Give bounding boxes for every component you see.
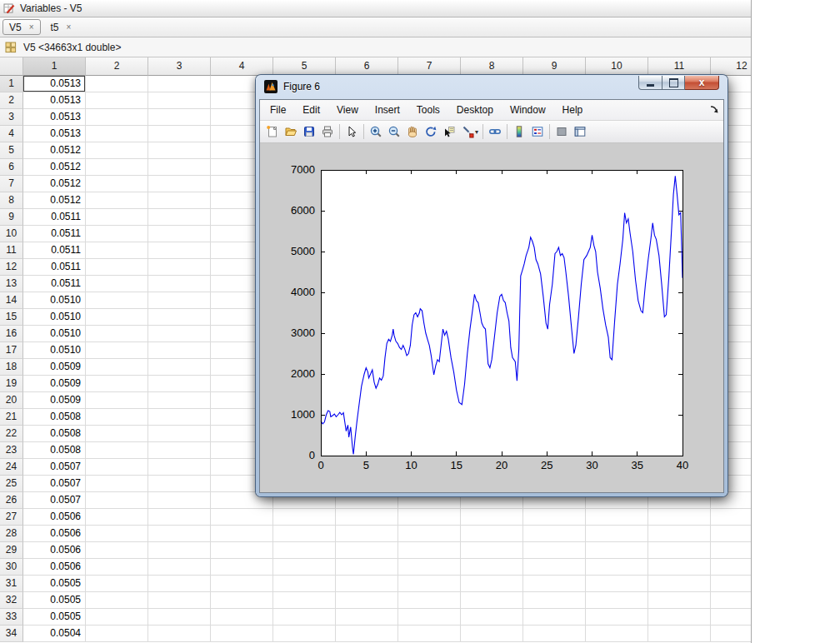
cell-r21-c3[interactable] [148, 409, 211, 426]
cell-r6-c2[interactable] [86, 159, 148, 176]
cell-r31-c12[interactable] [711, 576, 752, 592]
cell-r23-c1[interactable]: 0.0508 [23, 442, 86, 459]
cell-r34-c9[interactable] [523, 626, 586, 642]
cell-r24-c2[interactable] [86, 459, 148, 476]
save-figure-button[interactable] [300, 122, 318, 141]
row-header-30[interactable]: 30 [0, 559, 23, 576]
cell-r27-c12[interactable] [711, 509, 752, 526]
cell-r28-c6[interactable] [336, 526, 398, 542]
cell-r29-c11[interactable] [648, 542, 711, 559]
plot-area[interactable]: 0510152025303540010002000300040005000600… [260, 143, 723, 492]
cell-r7-c2[interactable] [86, 176, 148, 192]
menu-overflow-arrow-icon[interactable] [710, 105, 719, 114]
cell-r33-c3[interactable] [148, 609, 211, 626]
new-figure-button[interactable] [263, 122, 282, 141]
column-header-5[interactable]: 5 [273, 57, 336, 76]
menu-desktop[interactable]: Desktop [448, 101, 502, 120]
cell-r31-c4[interactable] [211, 576, 273, 592]
cell-r26-c3[interactable] [148, 492, 211, 509]
cell-r34-c1[interactable]: 0.0504 [23, 626, 86, 642]
cell-r29-c9[interactable] [523, 542, 586, 559]
column-header-1[interactable]: 1 [23, 57, 86, 76]
cell-r12-c2[interactable] [86, 259, 148, 276]
cell-r28-c10[interactable] [586, 526, 648, 542]
cell-r8-c2[interactable] [86, 192, 148, 209]
open-file-button[interactable] [282, 122, 300, 141]
cell-r29-c5[interactable] [273, 542, 336, 559]
cell-r28-c8[interactable] [461, 526, 523, 542]
row-header-8[interactable]: 8 [0, 192, 23, 209]
row-header-10[interactable]: 10 [0, 226, 23, 242]
cell-r33-c11[interactable] [648, 609, 711, 626]
cell-r30-c4[interactable] [211, 559, 273, 576]
cell-r30-c6[interactable] [336, 559, 398, 576]
cell-r30-c3[interactable] [148, 559, 211, 576]
cell-r31-c7[interactable] [398, 576, 461, 592]
column-header-6[interactable]: 6 [336, 57, 398, 76]
menu-file[interactable]: File [262, 101, 294, 120]
cell-r30-c7[interactable] [398, 559, 461, 576]
cell-r24-c3[interactable] [148, 459, 211, 476]
cell-r28-c1[interactable]: 0.0506 [23, 526, 86, 542]
row-header-4[interactable]: 4 [0, 126, 23, 142]
cell-r10-c1[interactable]: 0.0511 [23, 226, 86, 242]
cell-r29-c4[interactable] [211, 542, 273, 559]
minimize-button[interactable] [638, 76, 662, 90]
cell-r21-c2[interactable] [86, 409, 148, 426]
show-plot-tools-button[interactable] [571, 122, 589, 141]
cell-r33-c8[interactable] [461, 609, 523, 626]
cell-r19-c3[interactable] [148, 376, 211, 392]
cell-r22-c3[interactable] [148, 426, 211, 442]
cell-r32-c4[interactable] [211, 592, 273, 609]
tab-t5-close-icon[interactable]: × [67, 23, 72, 32]
cell-r32-c11[interactable] [648, 592, 711, 609]
cell-r32-c8[interactable] [461, 592, 523, 609]
column-header-2[interactable]: 2 [86, 57, 148, 76]
row-header-23[interactable]: 23 [0, 442, 23, 459]
cell-r22-c1[interactable]: 0.0508 [23, 426, 86, 442]
cell-r25-c3[interactable] [148, 476, 211, 492]
cell-r34-c4[interactable] [211, 626, 273, 642]
cell-r34-c8[interactable] [461, 626, 523, 642]
row-header-26[interactable]: 26 [0, 492, 23, 509]
row-header-17[interactable]: 17 [0, 342, 23, 359]
cell-r25-c2[interactable] [86, 476, 148, 492]
cell-r9-c2[interactable] [86, 209, 148, 226]
cell-r27-c2[interactable] [86, 509, 148, 526]
cell-r31-c10[interactable] [586, 576, 648, 592]
row-header-18[interactable]: 18 [0, 359, 23, 376]
tab-t5[interactable]: t5 × [44, 19, 78, 35]
row-header-6[interactable]: 6 [0, 159, 23, 176]
cell-r17-c3[interactable] [148, 342, 211, 359]
cell-r29-c2[interactable] [86, 542, 148, 559]
zoom-out-button[interactable] [385, 122, 403, 141]
cell-r14-c3[interactable] [148, 292, 211, 309]
cell-r31-c6[interactable] [336, 576, 398, 592]
cell-r29-c8[interactable] [461, 542, 523, 559]
cell-r1-c3[interactable] [148, 76, 211, 92]
cell-r27-c5[interactable] [273, 509, 336, 526]
cell-r27-c11[interactable] [648, 509, 711, 526]
cell-r33-c4[interactable] [211, 609, 273, 626]
menu-view[interactable]: View [328, 101, 367, 120]
row-header-33[interactable]: 33 [0, 609, 23, 626]
row-header-24[interactable]: 24 [0, 459, 23, 476]
cell-r28-c5[interactable] [273, 526, 336, 542]
cell-r29-c1[interactable]: 0.0506 [23, 542, 86, 559]
cell-r5-c3[interactable] [148, 142, 211, 159]
cell-r27-c3[interactable] [148, 509, 211, 526]
cell-r9-c3[interactable] [148, 209, 211, 226]
cell-r33-c5[interactable] [273, 609, 336, 626]
cell-r15-c3[interactable] [148, 309, 211, 326]
cell-r30-c11[interactable] [648, 559, 711, 576]
cell-r31-c2[interactable] [86, 576, 148, 592]
cell-r28-c2[interactable] [86, 526, 148, 542]
pan-button[interactable] [403, 122, 422, 141]
cell-r34-c2[interactable] [86, 626, 148, 642]
close-button[interactable]: x [685, 76, 719, 90]
cell-r28-c7[interactable] [398, 526, 461, 542]
cell-r33-c1[interactable]: 0.0505 [23, 609, 86, 626]
row-header-14[interactable]: 14 [0, 292, 23, 309]
row-header-19[interactable]: 19 [0, 376, 23, 392]
cell-r29-c7[interactable] [398, 542, 461, 559]
